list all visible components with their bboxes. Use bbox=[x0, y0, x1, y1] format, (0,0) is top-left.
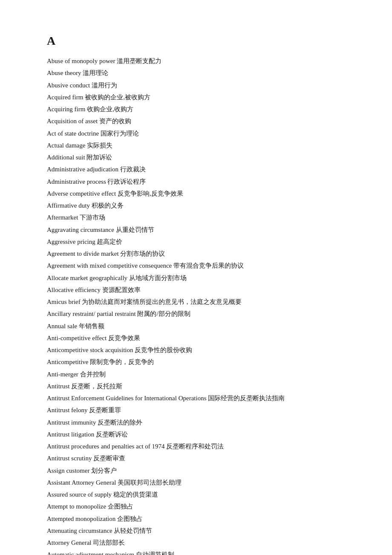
entry-english: Act of state doctrine bbox=[47, 130, 99, 137]
entry-english: Attorney General bbox=[47, 539, 92, 546]
list-item: Anti-competitive effect 反竞争效果 bbox=[47, 332, 345, 344]
entry-chinese: 反垄断程序和处罚法 bbox=[166, 443, 224, 450]
list-item: Attenuating circumstance 从轻处罚情节 bbox=[47, 525, 345, 536]
list-item: Antitrust procedures and penalties act o… bbox=[47, 441, 345, 452]
entry-english: Acquisition of asset bbox=[47, 118, 98, 124]
entry-english: Abusive conduct bbox=[47, 82, 90, 89]
entry-english: Antitrust procedures and penalties act o… bbox=[47, 443, 165, 450]
entry-chinese: 积极的义务 bbox=[92, 202, 124, 209]
list-item: Abusive conduct 滥用行为 bbox=[47, 80, 345, 91]
entry-chinese: 滥用垄断支配力 bbox=[117, 58, 161, 64]
entry-english: Additional suit bbox=[47, 154, 85, 161]
entry-english: Abuse of monopoly power bbox=[47, 58, 115, 64]
entry-english: Assign customer bbox=[47, 467, 89, 474]
entry-english: Agreement with mixed competitive consequ… bbox=[47, 262, 172, 269]
list-item: Abuse of monopoly power 滥用垄断支配力 bbox=[47, 55, 345, 66]
entry-chinese: 反竞争效果 bbox=[108, 335, 140, 341]
entry-chinese: 反垄断法的除外 bbox=[98, 419, 142, 426]
entry-chinese: 被收购的企业,被收购方 bbox=[85, 94, 150, 101]
list-item: Allocate market geographically 从地域方面分割市场 bbox=[47, 272, 345, 283]
entry-english: Anticompetitive bbox=[47, 358, 88, 365]
entry-english: Aggressive pricing bbox=[47, 238, 95, 245]
entry-chinese: 附属的/部分的限制 bbox=[137, 310, 190, 317]
entry-english: Anticompetitive stock acquisition bbox=[47, 347, 133, 353]
list-item: Administrative process 行政诉讼程序 bbox=[47, 176, 345, 187]
entry-chinese: 下游市场 bbox=[80, 214, 105, 221]
entry-chinese: 分割市场的协议 bbox=[120, 250, 165, 257]
list-item: Anti-merger 合并控制 bbox=[47, 369, 345, 380]
section-container: A Abuse of monopoly power 滥用垄断支配力Abuse t… bbox=[47, 34, 345, 555]
entry-english: Attempt to monopolize bbox=[47, 503, 106, 510]
entry-chinese: 行政裁决 bbox=[120, 166, 146, 173]
entry-chinese: 为协助法庭而对案情所提出的意见书，法庭之友意见概要 bbox=[82, 298, 242, 305]
list-item: Affirmative duty 积极的义务 bbox=[47, 200, 345, 211]
entry-english: Ancillary restraint/ partial restraint bbox=[47, 310, 136, 317]
list-item: Aftermarket 下游市场 bbox=[47, 212, 345, 223]
entry-english: Attempted monopolization bbox=[47, 515, 115, 522]
list-item: Antitrust felony 反垄断重罪 bbox=[47, 405, 345, 416]
entry-english: Antitrust scrutiny bbox=[47, 455, 92, 462]
entry-english: Antitrust immunity bbox=[47, 419, 96, 426]
entry-chinese: 滥用理论 bbox=[83, 69, 108, 76]
entry-chinese: 反垄断审查 bbox=[93, 455, 125, 462]
list-item: Acquired firm 被收购的企业,被收购方 bbox=[47, 92, 345, 103]
list-item: Act of state doctrine 国家行为理论 bbox=[47, 128, 345, 139]
entry-chinese: 划分客户 bbox=[91, 467, 117, 474]
entry-english: Affirmative duty bbox=[47, 202, 90, 209]
entry-english: Antitrust felony bbox=[47, 407, 87, 413]
entry-chinese: 超高定价 bbox=[97, 238, 122, 245]
list-item: Additional suit 附加诉讼 bbox=[47, 152, 345, 163]
list-item: Antitrust scrutiny 反垄断审查 bbox=[47, 453, 345, 464]
entry-chinese: 企图独占 bbox=[108, 503, 133, 510]
list-item: Anticompetitive 限制竞争的，反竞争的 bbox=[47, 356, 345, 367]
entry-chinese: 司法部部长 bbox=[93, 539, 125, 546]
list-item: Acquiring firm 收购企业,收购方 bbox=[47, 104, 345, 115]
list-item: Agreement with mixed competitive consequ… bbox=[47, 260, 345, 271]
entry-chinese: 从地域方面分割市场 bbox=[129, 275, 187, 281]
entry-chinese: 年销售额 bbox=[79, 323, 104, 330]
entry-chinese: 自动调节机制 bbox=[136, 551, 174, 555]
entry-english: Antitrust bbox=[47, 383, 69, 390]
entry-english: Agreement to divide market bbox=[47, 250, 119, 257]
entry-chinese: 从重处罚情节 bbox=[116, 226, 154, 233]
entry-chinese: 合并控制 bbox=[80, 371, 106, 378]
entry-chinese: 实际损失 bbox=[87, 142, 112, 149]
list-item: Ancillary restraint/ partial restraint 附… bbox=[47, 308, 345, 319]
entry-chinese: 美国联邦司法部长助理 bbox=[118, 479, 182, 486]
entry-english: Antitrust litigation bbox=[47, 431, 94, 438]
list-item: Acquisition of asset 资产的收购 bbox=[47, 116, 345, 127]
entry-chinese: 带有混合竞争后果的协议 bbox=[173, 262, 244, 269]
entry-chinese: 反竞争性的股份收购 bbox=[135, 347, 192, 353]
list-item: Allocative efficiency 资源配置效率 bbox=[47, 284, 345, 295]
entry-chinese: 滥用行为 bbox=[92, 82, 117, 89]
entry-english: Abuse theory bbox=[47, 69, 81, 76]
list-item: Antitrust immunity 反垄断法的除外 bbox=[47, 417, 345, 428]
list-item: Antitrust litigation 反垄断诉讼 bbox=[47, 429, 345, 440]
list-item: Administrative adjudication 行政裁决 bbox=[47, 164, 345, 175]
entry-chinese: 从轻处罚情节 bbox=[114, 527, 152, 534]
entry-chinese: 反垄断，反托拉斯 bbox=[71, 383, 122, 390]
list-item: Attempted monopolization 企图独占 bbox=[47, 513, 345, 524]
list-item: Antitrust Enforcement Guidelines for Int… bbox=[47, 393, 345, 404]
entry-english: Acquiring firm bbox=[47, 106, 85, 113]
entry-english: Administrative process bbox=[47, 178, 106, 185]
entry-chinese: 附加诉讼 bbox=[86, 154, 112, 161]
entry-english: Assistant Attorney General bbox=[47, 479, 116, 486]
list-item: Assistant Attorney General 美国联邦司法部长助理 bbox=[47, 477, 345, 488]
entry-english: Antitrust Enforcement Guidelines for Int… bbox=[47, 395, 206, 402]
list-item: Adverse competitive effect 反竞争影响,反竞争效果 bbox=[47, 188, 345, 199]
list-item: Actual damage 实际损失 bbox=[47, 140, 345, 151]
entry-chinese: 反垄断诉讼 bbox=[96, 431, 128, 438]
entry-english: Amicus brief bbox=[47, 298, 81, 305]
entry-english: Adverse competitive effect bbox=[47, 190, 116, 197]
list-item: Aggressive pricing 超高定价 bbox=[47, 236, 345, 247]
list-item: Annual sale 年销售额 bbox=[47, 321, 345, 332]
entry-english: Annual sale bbox=[47, 323, 77, 330]
entry-chinese: 国家行为理论 bbox=[101, 130, 139, 137]
entry-chinese: 企图独占 bbox=[117, 515, 143, 522]
entry-chinese: 国际经营的反垄断执法指南 bbox=[208, 395, 285, 402]
entry-english: Allocative efficiency bbox=[47, 286, 101, 293]
section-letter: A bbox=[47, 34, 345, 48]
list-item: Abuse theory 滥用理论 bbox=[47, 67, 345, 78]
entry-english: Acquired firm bbox=[47, 94, 83, 101]
